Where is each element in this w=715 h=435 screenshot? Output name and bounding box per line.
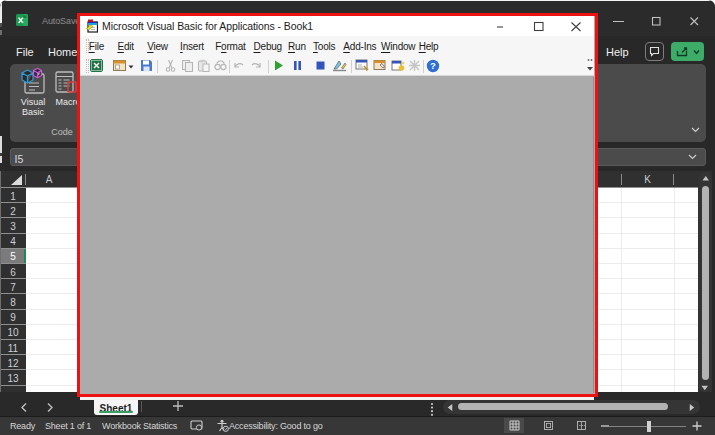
svg-text:?: ?: [430, 60, 436, 71]
